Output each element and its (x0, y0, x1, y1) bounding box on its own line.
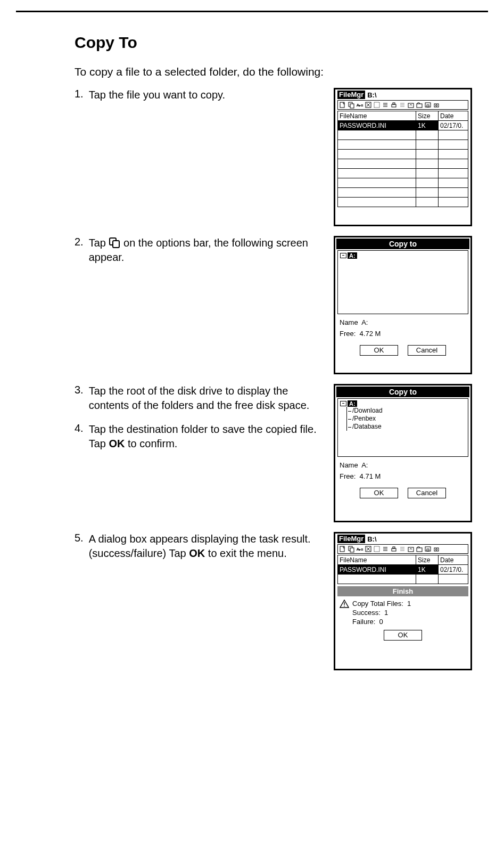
name-label: Name (340, 318, 358, 326)
ok-button[interactable]: OK (360, 345, 398, 356)
step-text: Tap on the options bar, the following sc… (89, 236, 325, 265)
col-size: Size (416, 111, 439, 121)
delete-icon[interactable] (365, 545, 372, 553)
finish-bar: Finish (337, 586, 468, 596)
disk-icon[interactable] (424, 545, 432, 553)
table-row[interactable] (338, 575, 468, 584)
step-1: 1. Tap the file you want to copy. FileMg… (75, 88, 472, 226)
svg-rect-22 (408, 547, 414, 552)
disk-icon[interactable] (424, 101, 432, 109)
cancel-button[interactable]: Cancel (408, 488, 446, 498)
delete-icon[interactable] (365, 101, 372, 109)
table-row[interactable]: PASSWORD.INI 1K 02/17/0. (338, 565, 468, 575)
folder-item[interactable]: /Database (348, 423, 466, 431)
table-header-row: FileName Size Date (338, 111, 468, 121)
screenshot-copyto-expanded: Copy to A: /Download /Penbex /Database N… (334, 384, 472, 522)
step-text-post: to confirm. (125, 438, 178, 449)
copy-icon[interactable] (348, 101, 355, 109)
cell-date: 02/17/0. (439, 121, 468, 130)
table-row[interactable] (338, 140, 468, 150)
step-number: 5. (75, 532, 84, 561)
table-row[interactable]: PASSWORD.INI 1K 02/17/0. (338, 121, 468, 130)
new-file-icon[interactable] (339, 545, 346, 553)
svg-point-29 (344, 605, 345, 606)
ok-button[interactable]: OK (384, 630, 422, 641)
eject-icon[interactable] (433, 545, 440, 553)
table-row[interactable] (338, 150, 468, 159)
drive-icon (340, 253, 346, 258)
ab-icon[interactable]: A▸B (356, 101, 363, 109)
step-number: 3. (75, 384, 84, 413)
svg-point-12 (436, 105, 437, 106)
step-text-bold: OK (109, 438, 125, 449)
step-2: 2. Tap on the options bar, the following… (75, 236, 472, 374)
window-titlebar: FileMgr B:\ (335, 89, 470, 100)
copy-icon[interactable] (348, 545, 355, 553)
svg-rect-20 (392, 548, 396, 551)
subfolders: /Download /Penbex /Database (346, 407, 466, 431)
dialog-buttons: OK Cancel (335, 344, 470, 359)
folder-item[interactable]: /Download (348, 407, 466, 415)
drive-label: A: (348, 252, 357, 259)
step-3-4: 3. Tap the root of the disk drive to dis… (75, 384, 472, 522)
col-filename: FileName (338, 111, 416, 121)
folder-tree: A: (337, 250, 468, 314)
screenshot-finish: FileMgr B:\ A▸B (334, 532, 472, 670)
app-name: FileMgr (337, 535, 365, 543)
free-line: Free: 4.71 M (340, 472, 466, 480)
dialog-buttons: OK Cancel (335, 487, 470, 502)
name-line: Name A: (340, 461, 466, 469)
cell-size: 1K (416, 121, 439, 130)
new-file-icon[interactable] (339, 101, 346, 109)
svg-point-27 (436, 549, 437, 551)
copy-icon (109, 237, 121, 248)
col-size: Size (416, 555, 439, 565)
list-icon[interactable] (382, 101, 389, 109)
folder-item[interactable]: /Penbex (348, 415, 466, 423)
screenshot-filemgr: FileMgr B:\ A▸B (334, 88, 472, 226)
step-text-post: to exit the menu. (205, 547, 286, 559)
step-number: 2. (75, 236, 84, 265)
step-text-post: on the options bar, the following screen… (89, 237, 308, 263)
toolbar: A▸B (337, 544, 468, 554)
path-label: B:\ (365, 535, 376, 543)
list-icon[interactable] (382, 545, 389, 553)
free-value: 4.71 M (360, 472, 381, 480)
up-folder-icon[interactable] (407, 101, 415, 109)
properties-icon[interactable] (373, 101, 381, 109)
folder-tree: A: /Download /Penbex /Database (337, 398, 468, 457)
failure-label: Failure: (352, 618, 375, 626)
app-name: FileMgr (337, 91, 365, 99)
total-line: Copy Total Files: 1 (352, 600, 411, 609)
print-icon[interactable] (390, 545, 398, 553)
table-row[interactable] (338, 188, 468, 198)
table-row[interactable] (338, 130, 468, 140)
table-row[interactable] (338, 169, 468, 178)
folder-icon[interactable] (416, 101, 423, 109)
ab-icon[interactable]: A▸B (356, 545, 363, 553)
drive-label: A: (348, 400, 357, 407)
svg-rect-5 (392, 104, 396, 107)
bars-icon[interactable] (399, 545, 406, 553)
print-icon[interactable] (390, 101, 398, 109)
eject-icon[interactable] (433, 101, 440, 109)
svg-rect-6 (393, 103, 395, 104)
cancel-button[interactable]: Cancel (408, 345, 446, 356)
folder-icon[interactable] (416, 545, 423, 553)
bars-icon[interactable] (399, 101, 406, 109)
ok-button[interactable]: OK (360, 488, 398, 498)
step-5: 5. A dialog box appears displaying the t… (75, 532, 472, 670)
table-row[interactable] (338, 198, 468, 207)
drive-node[interactable]: A: (340, 400, 466, 407)
total-value: 1 (407, 600, 411, 608)
drive-node[interactable]: A: (340, 252, 466, 259)
svg-rect-2 (350, 104, 354, 108)
window-titlebar: FileMgr B:\ (335, 534, 470, 544)
free-label: Free: (340, 472, 356, 480)
table-row[interactable] (338, 178, 468, 188)
up-folder-icon[interactable] (407, 545, 415, 553)
svg-rect-8 (417, 104, 422, 108)
properties-icon[interactable] (373, 545, 381, 553)
name-value: A: (361, 461, 368, 469)
table-row[interactable] (338, 159, 468, 169)
